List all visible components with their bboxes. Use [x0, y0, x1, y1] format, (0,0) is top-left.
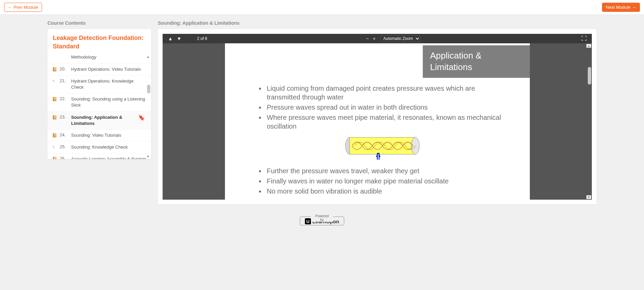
svg-point-2 — [411, 137, 419, 154]
toc-label: Hydrant Operations: Video Tutorials — [71, 66, 146, 72]
book-icon: 📔 — [52, 115, 57, 120]
logo-mark-icon: U — [305, 218, 311, 224]
toc-item[interactable]: 📔20.Hydrant Operations: Video Tutorials — [47, 63, 151, 75]
arrow-right-icon: → — [632, 5, 636, 10]
top-nav: ← Prev Module Next Module → — [0, 0, 644, 15]
next-module-label: Next Module — [606, 5, 630, 10]
toc-item[interactable]: Methodology — [47, 54, 151, 63]
pdf-page: Application & Limitations Liquid coming … — [225, 43, 530, 200]
zoom-out-button[interactable]: − — [364, 35, 371, 42]
toc-label: Sounding: Knowledge Check — [71, 144, 146, 150]
toc-label: Sounding: Application & Limitations — [71, 114, 146, 127]
book-icon: 📔 — [52, 157, 57, 159]
zoom-select[interactable]: Automatic Zoom — [380, 35, 420, 42]
toc-item[interactable]: 📔26.Acoustic Logging: Assembly & System … — [47, 153, 151, 159]
pipe-wave-diagram — [345, 137, 420, 160]
zoom-in-button[interactable]: + — [371, 35, 377, 42]
scroll-down-icon[interactable]: ▼ — [146, 155, 150, 158]
toc-item[interactable]: 📔24.Sounding: Video Tutorials — [47, 129, 151, 141]
edit-icon: ✎ — [52, 79, 57, 84]
toc-label: Sounding: Sounding using a Listening Sti… — [71, 96, 146, 108]
page-info: 2 of 8 — [197, 36, 207, 41]
slide-bullet: Further the pressure waves travel, weake… — [259, 166, 506, 175]
toc-list[interactable]: ▲ ▼ Methodology📔20.Hydrant Operations: V… — [47, 54, 151, 159]
page-up-button[interactable]: ▲ — [166, 35, 175, 42]
toc-item[interactable]: 📔23.Sounding: Application & Limitations🔖 — [47, 111, 151, 129]
pdf-toolbar: ▲ ▼ 2 of 8 − + Automatic Zoom — [163, 34, 592, 43]
powered-by-label: Powered by — [311, 214, 333, 222]
toc-item[interactable]: ✎21.Hydrant Operations: Knowledge Check — [47, 75, 151, 93]
book-icon: 📔 — [52, 133, 57, 138]
page-scroll-up-icon[interactable]: ▲ — [586, 44, 591, 48]
book-icon: 📔 — [52, 67, 57, 72]
fullscreen-button[interactable] — [580, 35, 588, 42]
page-scroll-down-icon[interactable]: ▼ — [586, 195, 591, 199]
slide-title: Application & Limitations — [423, 45, 530, 78]
toc-num: 23. — [60, 114, 68, 119]
toc-num: 21. — [60, 78, 68, 83]
prev-module-button[interactable]: ← Prev Module — [4, 3, 42, 12]
slide-bullet: Liquid coming from damaged point creates… — [259, 84, 506, 102]
course-contents-card: Leakage Detection Foundation: Standard ▲… — [47, 29, 151, 159]
fullscreen-icon — [582, 36, 586, 41]
toc-item[interactable]: 📔22.Sounding: Sounding using a Listening… — [47, 93, 151, 111]
toc-label: Sounding: Video Tutorials — [71, 132, 146, 138]
toc-num: 24. — [60, 132, 68, 137]
next-module-button[interactable]: Next Module → — [602, 3, 640, 12]
arrow-left-icon: ← — [8, 5, 12, 10]
viewer-heading: Sounding: Application & Limitations — [158, 20, 597, 26]
toc-label: Acoustic Logging: Assembly & System Chec… — [71, 156, 146, 159]
page-sep: of — [201, 36, 204, 41]
footer: Powered by U LearnUpon — [0, 210, 644, 225]
slide-bullet: Where pressure waves meet pipe material,… — [259, 113, 506, 131]
pdf-page-container[interactable]: Application & Limitations Liquid coming … — [163, 43, 592, 200]
book-icon: 📔 — [52, 97, 57, 102]
page-scroll-thumb[interactable] — [588, 67, 591, 85]
slide-bullet: No more solid born vibration is audible — [259, 187, 506, 196]
scroll-up-icon[interactable]: ▲ — [146, 55, 150, 59]
slide-bullet: Pressure waves spread out in water in bo… — [259, 103, 506, 112]
toc-num: 26. — [60, 156, 68, 159]
toc-label: Methodology — [71, 54, 146, 60]
sidebar-heading: Course Contents — [47, 20, 151, 26]
viewer-card: ▲ ▼ 2 of 8 − + Automatic Zoom — [158, 29, 597, 204]
page-total: 8 — [205, 36, 207, 41]
edit-icon: ✎ — [52, 145, 57, 150]
bullets-group-a: Liquid coming from damaged point creates… — [259, 84, 506, 131]
toc-label: Hydrant Operations: Knowledge Check — [71, 78, 146, 90]
course-title: Leakage Detection Foundation: Standard — [47, 29, 151, 54]
prev-module-label: Prev Module — [14, 5, 38, 10]
page-current: 2 — [197, 36, 200, 41]
toc-item[interactable]: ✎25.Sounding: Knowledge Check — [47, 141, 151, 153]
toc-num: 20. — [60, 66, 68, 71]
footer-box: Powered by U LearnUpon — [300, 217, 344, 225]
page-down-button[interactable]: ▼ — [175, 35, 184, 42]
toc-num: 25. — [60, 144, 68, 149]
bookmark-icon: 🔖 — [138, 114, 145, 121]
scroll-thumb[interactable] — [147, 85, 150, 93]
toc-num: 22. — [60, 96, 68, 101]
slide-bullet: Finally waves in water no longer make pi… — [259, 177, 506, 185]
bullets-group-b: Further the pressure waves travel, weake… — [259, 166, 506, 196]
